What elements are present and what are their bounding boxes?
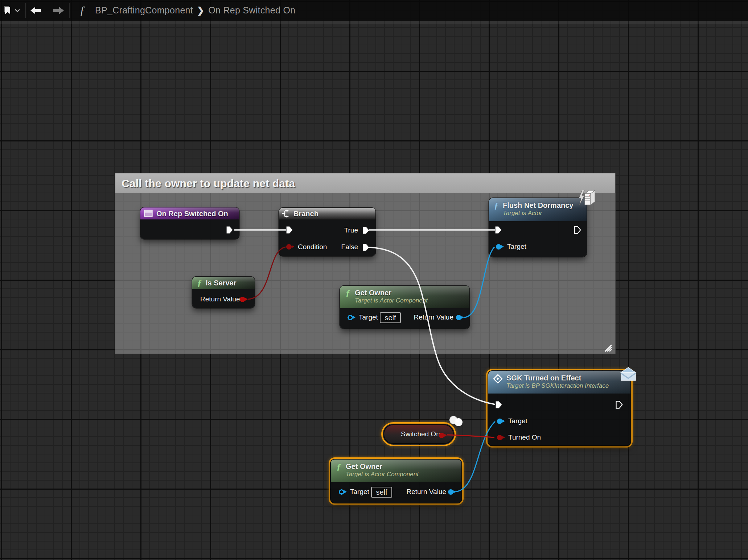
node-title: Branch [293, 209, 318, 218]
function-icon: ƒ [346, 288, 350, 297]
exec-output-pin[interactable] [574, 226, 581, 234]
graph-toolbar: ƒ BP_CraftingComponent ❯ On Rep Switched… [0, 0, 748, 21]
breadcrumb-current[interactable]: On Rep Switched On [208, 5, 295, 16]
exec-input-pin[interactable] [495, 400, 503, 409]
branch-icon [282, 209, 291, 218]
node-title: Get Owner [355, 288, 428, 297]
bool-input-pin-condition[interactable] [286, 244, 292, 250]
comment-title: Call the owner to update net data [115, 177, 295, 190]
interface-message-envelope-icon [620, 366, 637, 382]
node-get-owner-update[interactable]: ƒ Get Owner Target is Actor Component Ta… [340, 286, 469, 329]
node-title: On Rep Switched On [156, 209, 228, 218]
node-title: Get Owner [346, 462, 419, 471]
function-icon: ƒ [337, 462, 341, 471]
exec-output-pin[interactable] [226, 226, 234, 234]
node-title: SGK Turned on Effect [506, 374, 609, 382]
pin-label-turned-on: Turned On [508, 433, 541, 441]
variable-label: Switched On [401, 430, 440, 438]
pin-label-target: Target [359, 313, 378, 321]
toolbar-bottom-highlight [0, 21, 748, 24]
object-input-pin-target[interactable] [348, 315, 353, 320]
exec-output-pin-true[interactable] [362, 226, 370, 235]
forward-arrow-icon[interactable] [53, 7, 64, 15]
pin-label-return-value: Return Value [200, 295, 240, 303]
function-graph-icon: ƒ [79, 4, 85, 17]
breadcrumb-chevron-icon: ❯ [197, 5, 204, 16]
node-branch[interactable]: Branch True Condition False [279, 208, 375, 256]
node-subtitle: Target is Actor Component [355, 297, 428, 304]
pin-label-false: False [341, 243, 358, 251]
exec-output-pin[interactable] [615, 400, 623, 409]
server-authority-icon [577, 189, 596, 208]
function-icon: ƒ [494, 201, 498, 210]
node-get-owner-effect[interactable]: ƒ Get Owner Target is Actor Component Ta… [331, 460, 461, 503]
function-icon: ƒ [197, 278, 202, 287]
bool-output-pin[interactable] [439, 433, 444, 438]
bool-output-pin-return-value[interactable] [240, 297, 245, 302]
node-switched-on[interactable]: Switched On [383, 424, 454, 444]
node-sgk-turned-on-effect-selection[interactable]: SGK Turned on Effect Target is BP SGKInt… [486, 369, 633, 448]
spheres-icon [448, 415, 464, 428]
comment-header[interactable]: Call the owner to update net data [115, 173, 615, 193]
exec-input-pin[interactable] [494, 226, 502, 234]
back-arrow-icon[interactable] [30, 7, 41, 15]
bookmark-icon[interactable] [3, 5, 12, 16]
pin-label-return-value: Return Value [414, 313, 454, 321]
exec-output-pin-false[interactable] [362, 243, 370, 252]
pin-label-true: True [344, 226, 358, 234]
node-subtitle: Target is Actor Component [346, 471, 419, 478]
object-input-pin-target[interactable] [339, 489, 344, 495]
blueprint-graph-canvas[interactable]: Call the owner to update net data On Rep… [0, 0, 748, 560]
node-switched-on-selection[interactable]: Switched On [381, 422, 456, 446]
toolbar-separator [25, 3, 26, 18]
comment-resize-handle[interactable] [603, 343, 613, 352]
object-input-pin-target[interactable] [497, 419, 502, 424]
interface-call-icon [493, 374, 503, 384]
node-title: Flush Net Dormancy [503, 201, 573, 210]
object-output-pin-return-value[interactable] [456, 315, 461, 320]
pin-label-condition: Condition [298, 243, 327, 251]
target-self-value[interactable]: self [380, 312, 401, 323]
pin-label-return-value: Return Value [407, 488, 447, 496]
toolbar-separator [69, 3, 70, 18]
node-is-server[interactable]: ƒ Is Server Return Value [192, 277, 255, 308]
node-title: Is Server [206, 279, 237, 287]
breadcrumb-parent[interactable]: BP_CraftingComponent [95, 5, 193, 16]
object-input-pin-target[interactable] [496, 244, 501, 250]
node-get-owner-effect-selection[interactable]: ƒ Get Owner Target is Actor Component Ta… [329, 457, 464, 505]
pin-label-target: Target [508, 417, 527, 425]
pin-label-target: Target [507, 243, 526, 251]
node-sgk-turned-on-effect[interactable]: SGK Turned on Effect Target is BP SGKInt… [488, 371, 630, 445]
node-on-rep-switched-on[interactable]: On Rep Switched On [140, 207, 239, 239]
bookmark-dropdown-chevron-icon[interactable] [15, 8, 20, 13]
node-subtitle: Target is BP SGKInteraction Interface [506, 382, 609, 390]
target-self-value[interactable]: self [371, 487, 392, 498]
node-flush-net-dormancy[interactable]: ƒ Flush Net Dormancy Target is Actor Tar… [489, 198, 587, 257]
pin-label-target: Target [350, 488, 369, 496]
exec-input-pin[interactable] [285, 226, 293, 234]
node-subtitle: Target is Actor [503, 210, 573, 217]
bool-input-pin-turned-on[interactable] [497, 435, 502, 440]
object-output-pin-return-value[interactable] [448, 489, 453, 495]
event-property-icon [144, 210, 153, 217]
